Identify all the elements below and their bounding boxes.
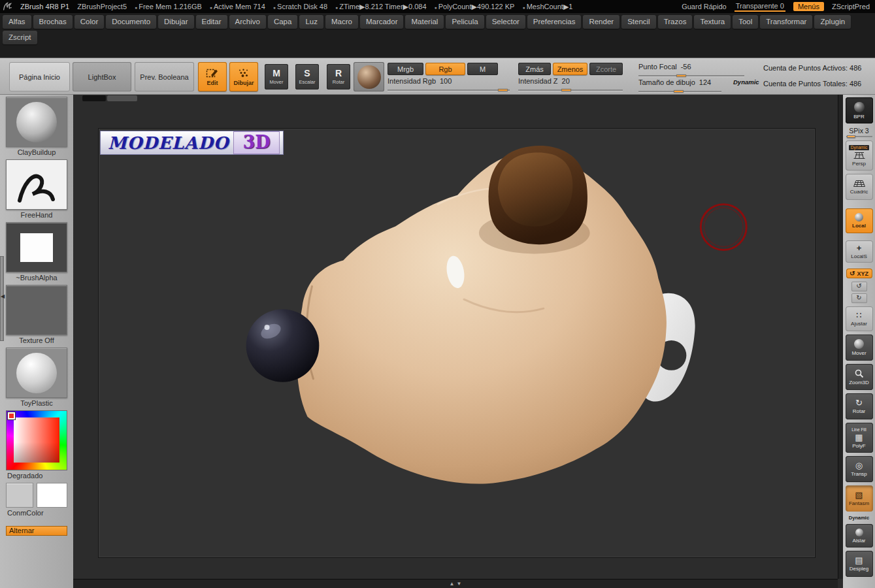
tamano-dibujo-slider[interactable]: Tamaño de dibujo124 [638, 78, 721, 92]
menu-marcador[interactable]: Marcador [360, 15, 404, 29]
menu-documento[interactable]: Documento [106, 15, 156, 29]
escalar-button[interactable]: S Escalar [295, 64, 319, 90]
persp-button[interactable]: Dynamic Persp [846, 140, 873, 171]
m-button[interactable]: M [467, 63, 498, 75]
menu-stencil[interactable]: Stencil [621, 15, 656, 29]
menu-pelicula[interactable]: Pelicula [446, 15, 484, 29]
spix-slider[interactable]: SPix 3 [846, 127, 872, 137]
menu-capa[interactable]: Capa [268, 15, 298, 29]
menu-zplugin[interactable]: Zplugin [814, 15, 851, 29]
menu-textura[interactable]: Textura [694, 15, 731, 29]
fantasm-button[interactable]: ▧ Fantasm [846, 485, 873, 512]
rgb-button[interactable]: Rgb [425, 63, 465, 75]
rotar-button[interactable]: R Rotar [327, 64, 350, 90]
zscriptpred-button[interactable]: ZScriptPred [832, 3, 870, 10]
stat-polycount: PolyCount▶490.122 KP [435, 3, 515, 11]
menu-preferencias[interactable]: Preferencias [527, 15, 582, 29]
alpha-thumbnail[interactable] [6, 222, 67, 272]
spin-cw-icon-button[interactable]: ↻ [851, 293, 867, 303]
mover-button[interactable]: M Mover [265, 64, 288, 90]
scroll-down-icon[interactable]: ▼ [457, 581, 462, 587]
spin-ccw-icon-button[interactable]: ↺ [851, 282, 867, 291]
locals-button[interactable]: + LocalS [846, 240, 873, 263]
material-selector[interactable] [354, 62, 384, 91]
menu-material[interactable]: Material [405, 15, 444, 29]
hue-ring[interactable] [6, 410, 67, 470]
cuadric-button[interactable]: Cuadric [846, 174, 873, 200]
menu-brochas[interactable]: Brochas [33, 15, 73, 29]
slider-thumb[interactable] [676, 74, 686, 77]
slider-thumb[interactable] [674, 90, 684, 93]
stroke-selector[interactable]: FreeHand [6, 159, 67, 220]
menu-selector[interactable]: Selector [486, 15, 525, 29]
texture-thumbnail[interactable] [6, 285, 67, 335]
secondary-color-swatch[interactable] [37, 483, 67, 508]
punto-focal-slider[interactable]: Punto Focal-56 [638, 63, 744, 76]
dynamic-mini-label: Dynamic [849, 515, 869, 521]
collapse-left-icon[interactable]: ◀ [0, 293, 5, 299]
current-color-swatch [8, 412, 15, 419]
document-viewport[interactable]: MODELADO 3D [98, 128, 816, 558]
slider-thumb[interactable] [561, 89, 571, 91]
bpr-button[interactable]: BPR [846, 97, 873, 123]
menu-dibujar[interactable]: Dibujar [158, 15, 193, 29]
transparente-slider[interactable]: Transparente 0 [735, 2, 785, 12]
xyz-button[interactable]: ↺ XYZ [846, 269, 872, 278]
total-points-count: Cuenta de Puntos Totales: 486 [763, 80, 861, 88]
canvas-area[interactable]: MODELADO 3D [73, 95, 843, 588]
slider-thumb[interactable] [498, 89, 508, 91]
ajustar-button[interactable]: ∷ Ajustar [846, 306, 873, 331]
texture-selector[interactable]: Texture Off [6, 285, 67, 345]
menu-macro[interactable]: Macro [325, 15, 358, 29]
mover-view-button[interactable]: Mover [846, 335, 873, 361]
pagina-inicio-button[interactable]: Página Inicio [9, 62, 70, 91]
menu-render[interactable]: Render [583, 15, 619, 29]
menu-color[interactable]: Color [74, 15, 104, 29]
brush-selector[interactable]: ClayBuildup [6, 97, 67, 157]
main-color-swatch[interactable] [6, 483, 33, 508]
stroke-thumbnail[interactable] [6, 159, 67, 210]
material-palette-selector[interactable]: ToyPlastic [6, 348, 67, 408]
dock-handle-dark[interactable] [82, 95, 106, 101]
zmas-button[interactable]: Zmás [518, 63, 551, 75]
menus-button[interactable]: Menús [793, 2, 824, 11]
zoom3d-button[interactable]: Zoom3D [846, 364, 873, 390]
menu-tool[interactable]: Tool [733, 15, 758, 29]
alpha-selector[interactable]: ~BrushAlpha [6, 222, 67, 282]
aislar-button[interactable]: Aislar [846, 524, 873, 547]
scroll-up-icon[interactable]: ▲ [450, 581, 455, 587]
menu-luz[interactable]: Luz [299, 15, 323, 29]
quick-save-button[interactable]: Guard Rápido [682, 3, 727, 10]
despleg-button[interactable]: ▤ Despleg [846, 551, 873, 577]
lightbox-button[interactable]: LightBox [73, 62, 131, 91]
slider-thumb[interactable] [847, 135, 855, 138]
zmenos-button[interactable]: Zmenos [553, 63, 587, 75]
rotar-view-button[interactable]: ↻ Rotar [846, 393, 873, 419]
menu-transformar[interactable]: Transformar [760, 15, 812, 29]
menu-editar[interactable]: Editar [196, 15, 227, 29]
material-thumbnail[interactable] [6, 348, 67, 398]
horizontal-scrollbar[interactable]: ▲ ▼ [73, 579, 838, 588]
local-button[interactable]: Local [846, 208, 873, 233]
polyf-button[interactable]: Line Fill ▦ PolyF [846, 423, 873, 453]
menu-zscript[interactable]: Zscript [3, 31, 37, 44]
saturation-square[interactable] [14, 417, 59, 463]
mrgb-button[interactable]: Mrgb [388, 63, 423, 75]
local-sphere-icon [855, 213, 863, 221]
menu-trazos[interactable]: Trazos [658, 15, 693, 29]
dibujar-button[interactable]: Dibujar [229, 62, 258, 91]
intensidad-rgb-slider[interactable]: Intensidad Rgb100 [388, 77, 510, 91]
dock-handle-light[interactable] [107, 95, 137, 101]
brush-thumbnail[interactable] [6, 97, 67, 147]
menu-archivo[interactable]: Archivo [229, 15, 266, 29]
alternar-button[interactable]: Alternar [6, 526, 67, 536]
vertical-scrollbar[interactable] [838, 95, 843, 579]
transp-button[interactable]: ◎ Transp [846, 456, 873, 482]
zcorte-button[interactable]: Zcorte [589, 63, 623, 75]
intensidad-z-slider[interactable]: Intensidad Z20 [518, 77, 623, 91]
edit-button[interactable]: Edit [198, 62, 227, 91]
logo-word: MODELADO [108, 133, 229, 153]
menu-alfas[interactable]: Alfas [3, 15, 31, 29]
color-picker[interactable]: Degradado [6, 410, 67, 480]
prev-booleana-button[interactable]: Prev. Booleana [135, 62, 194, 91]
